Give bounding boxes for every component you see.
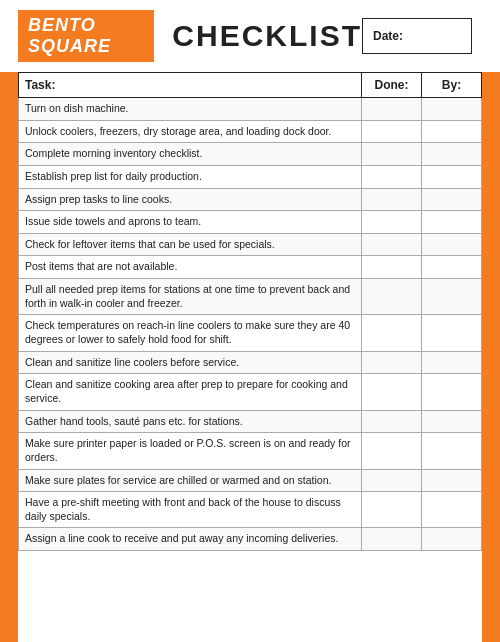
done-cell[interactable] — [362, 211, 422, 234]
done-cell[interactable] — [362, 351, 422, 374]
task-cell: Check temperatures on reach-in line cool… — [19, 315, 362, 351]
table-row: Assign a line cook to receive and put aw… — [19, 528, 482, 551]
table-row: Make sure plates for service are chilled… — [19, 469, 482, 492]
table-row: Gather hand tools, sauté pans etc. for s… — [19, 410, 482, 433]
task-cell: Have a pre-shift meeting with front and … — [19, 492, 362, 528]
done-cell[interactable] — [362, 433, 422, 469]
table-row: Check temperatures on reach-in line cool… — [19, 315, 482, 351]
task-cell: Establish prep list for daily production… — [19, 165, 362, 188]
task-cell: Clean and sanitize line coolers before s… — [19, 351, 362, 374]
checklist-table: Task: Done: By: Turn on dish machine.Unl… — [18, 72, 482, 551]
task-cell: Pull all needed prep items for stations … — [19, 279, 362, 315]
done-header: Done: — [362, 73, 422, 98]
task-cell: Assign a line cook to receive and put aw… — [19, 528, 362, 551]
left-orange-strip — [0, 0, 18, 642]
by-cell[interactable] — [422, 211, 482, 234]
task-cell: Unlock coolers, freezers, dry storage ar… — [19, 120, 362, 143]
task-cell: Issue side towels and aprons to team. — [19, 211, 362, 234]
header: BENTO SQUARE CHECKLIST Date: — [0, 0, 500, 72]
by-cell[interactable] — [422, 469, 482, 492]
done-cell[interactable] — [362, 374, 422, 410]
page: BENTO SQUARE CHECKLIST Date: Task: Done:… — [0, 0, 500, 642]
done-cell[interactable] — [362, 165, 422, 188]
task-cell: Assign prep tasks to line cooks. — [19, 188, 362, 211]
by-cell[interactable] — [422, 120, 482, 143]
by-cell[interactable] — [422, 492, 482, 528]
done-cell[interactable] — [362, 256, 422, 279]
logo-text: BENTO SQUARE — [28, 15, 144, 57]
table-row: Post items that are not available. — [19, 256, 482, 279]
by-cell[interactable] — [422, 256, 482, 279]
by-cell[interactable] — [422, 374, 482, 410]
task-cell: Clean and sanitize cooking area after pr… — [19, 374, 362, 410]
date-box: Date: — [362, 18, 472, 54]
done-cell[interactable] — [362, 188, 422, 211]
done-cell[interactable] — [362, 492, 422, 528]
done-cell[interactable] — [362, 528, 422, 551]
table-row: Turn on dish machine. — [19, 98, 482, 121]
by-cell[interactable] — [422, 528, 482, 551]
done-cell[interactable] — [362, 233, 422, 256]
done-cell[interactable] — [362, 279, 422, 315]
done-cell[interactable] — [362, 469, 422, 492]
table-row: Issue side towels and aprons to team. — [19, 211, 482, 234]
right-orange-strip — [482, 0, 500, 642]
by-cell[interactable] — [422, 188, 482, 211]
task-cell: Check for leftover items that can be use… — [19, 233, 362, 256]
task-cell: Make sure printer paper is loaded or P.O… — [19, 433, 362, 469]
task-cell: Make sure plates for service are chilled… — [19, 469, 362, 492]
table-row: Unlock coolers, freezers, dry storage ar… — [19, 120, 482, 143]
done-cell[interactable] — [362, 120, 422, 143]
logo-box: BENTO SQUARE — [18, 10, 154, 62]
done-cell[interactable] — [362, 98, 422, 121]
table-row: Pull all needed prep items for stations … — [19, 279, 482, 315]
by-cell[interactable] — [422, 410, 482, 433]
by-cell[interactable] — [422, 315, 482, 351]
done-cell[interactable] — [362, 315, 422, 351]
by-cell[interactable] — [422, 279, 482, 315]
done-cell[interactable] — [362, 410, 422, 433]
table-row: Check for leftover items that can be use… — [19, 233, 482, 256]
date-label: Date: — [373, 29, 403, 43]
task-cell: Gather hand tools, sauté pans etc. for s… — [19, 410, 362, 433]
table-row: Clean and sanitize cooking area after pr… — [19, 374, 482, 410]
task-cell: Complete morning inventory checklist. — [19, 143, 362, 166]
done-cell[interactable] — [362, 143, 422, 166]
by-cell[interactable] — [422, 98, 482, 121]
table-row: Complete morning inventory checklist. — [19, 143, 482, 166]
task-cell: Post items that are not available. — [19, 256, 362, 279]
by-header: By: — [422, 73, 482, 98]
page-title: CHECKLIST — [172, 19, 362, 53]
by-cell[interactable] — [422, 233, 482, 256]
by-cell[interactable] — [422, 143, 482, 166]
table-row: Make sure printer paper is loaded or P.O… — [19, 433, 482, 469]
table-row: Have a pre-shift meeting with front and … — [19, 492, 482, 528]
by-cell[interactable] — [422, 433, 482, 469]
table-row: Clean and sanitize line coolers before s… — [19, 351, 482, 374]
table-row: Assign prep tasks to line cooks. — [19, 188, 482, 211]
task-cell: Turn on dish machine. — [19, 98, 362, 121]
by-cell[interactable] — [422, 351, 482, 374]
task-header: Task: — [19, 73, 362, 98]
table-row: Establish prep list for daily production… — [19, 165, 482, 188]
by-cell[interactable] — [422, 165, 482, 188]
